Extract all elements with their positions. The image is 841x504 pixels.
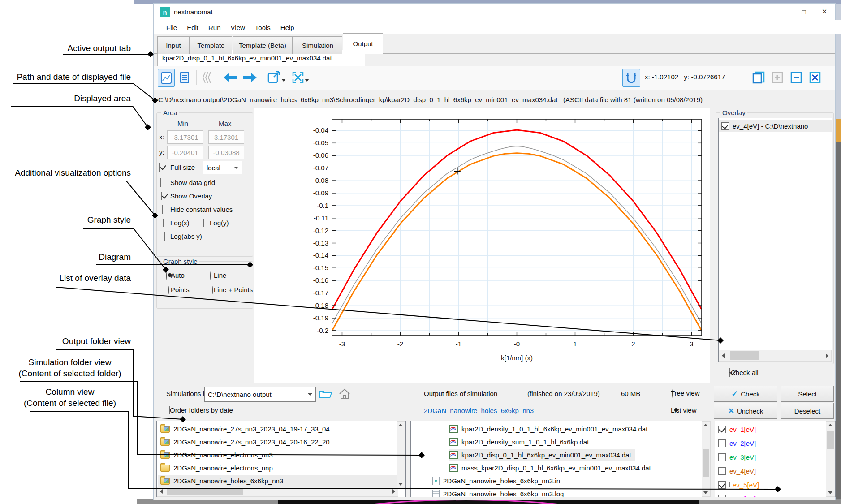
column-checkbox[interactable] [718,467,726,475]
folder-row[interactable]: 2DGaN_nanowire_27s_nn3_2023_04_20-16_22_… [158,436,398,448]
file-row[interactable]: mass_kpar2D_disp_0_1_hl_6x6kp_ev_min001_… [449,462,655,474]
overlay-hscroll-thumb[interactable] [730,351,759,360]
folder-vscrollbar[interactable] [397,421,405,488]
tab-simulation[interactable]: Simulation [293,36,342,54]
close-plot-button[interactable] [806,69,824,86]
navigate-back-button[interactable] [221,69,239,86]
fullscreen-button[interactable] [289,69,307,86]
column-vscroll-up-arrow[interactable] [828,424,832,426]
overlay-item[interactable]: ev_4[eV] - C:\D\nextnano [719,120,832,132]
folder-row[interactable]: 2DGaN_nanowire_holes_6x6kp_nn3 [158,475,398,487]
overlay-list[interactable]: ev_4[eV] - C:\D\nextnano [718,118,832,362]
home-folder-button[interactable] [336,387,353,401]
column-vscrollbar[interactable] [826,421,835,497]
graph-style-line-points-radio[interactable] [212,286,213,294]
report-view-button[interactable] [177,69,193,86]
show-data-grid-checkbox[interactable] [160,178,161,187]
graph-style-auto-radio[interactable] [166,271,167,280]
file-row[interactable]: n2DGaN_nanowire_holes_6x6kp_nn3.in [431,475,564,487]
deselect-button[interactable]: Deselect [781,403,834,419]
scope-select[interactable]: local [203,161,242,174]
menu-help[interactable]: Help [276,22,299,33]
tab-template-beta-[interactable]: Template (Beta) [233,36,293,54]
graph-style-points-radio[interactable] [168,286,169,294]
file-row[interactable]: kpar2D_density_1_0_1_hl_6x6kp_ev_min001_… [449,423,651,435]
folder-row[interactable]: 2DGaN_nanowire_27s_nn3_2023_04_19-17_33_… [158,423,398,435]
export-button[interactable] [265,69,284,86]
simulation-folder-link[interactable]: 2DGaN_nanowire_holes_6x6kp_nn3 [424,407,534,414]
pages-button[interactable] [199,69,216,86]
column-checkbox[interactable] [718,439,726,447]
y-min-field[interactable] [167,146,203,159]
file-vscroll-down-arrow[interactable] [703,491,708,494]
column-vscroll-thumb[interactable] [827,431,834,449]
browse-folder-button[interactable] [318,387,334,401]
folder-vscroll-up-arrow[interactable] [398,424,403,426]
folder-hscroll-left-arrow[interactable] [160,489,163,494]
log-y-checkbox[interactable] [203,219,204,227]
add-plot-button[interactable] [769,69,786,86]
menu-view[interactable]: View [226,22,250,33]
file-row[interactable]: 2DGaN_nanowire_holes_6x6kp_nn3.log [431,488,567,497]
column-checkbox[interactable] [718,426,726,433]
select-button[interactable]: Select [781,386,834,402]
close-button[interactable]: ✕ [814,4,835,19]
y-max-field[interactable] [208,146,244,159]
check-button[interactable]: ✓ Check [714,386,777,402]
export-dropdown-caret[interactable] [281,79,286,82]
column-row[interactable]: ev_3[eV] [717,451,824,464]
folder-hscroll-thumb[interactable] [167,488,243,495]
folder-row[interactable]: 2DGaN_nanowire_electrons_nn3 [158,449,398,461]
tab-template[interactable]: Template [190,36,232,54]
uncheck-button[interactable]: ✕ Uncheck [714,403,777,419]
graph-style-line-radio[interactable] [210,271,211,280]
log-x-checkbox[interactable] [163,219,164,227]
overlay-hscrollbar[interactable] [719,350,832,362]
column-list[interactable]: ev_1[eV]ev_2[eV]ev_3[eV]ev_4[eV]ev_5[eV]… [715,421,836,497]
file-row[interactable]: kpar2D_density_sum_1_0_1_hl_6x6kp.dat [449,436,592,448]
file-vscroll-thumb[interactable] [703,449,709,477]
file-vscroll-up-arrow[interactable] [703,424,708,426]
duplicate-plot-button[interactable] [750,69,767,86]
folder-hscrollbar[interactable] [157,487,398,497]
column-checkbox[interactable] [718,453,726,461]
hide-constant-values-checkbox[interactable] [162,205,163,214]
check-all-checkbox[interactable] [729,368,730,377]
maximize-button[interactable]: □ [794,4,814,19]
minimize-button[interactable]: – [773,4,794,19]
menu-file[interactable]: File [161,22,182,33]
fullscreen-dropdown-caret[interactable] [305,79,309,82]
column-row[interactable]: ev_1[eV] [717,423,824,436]
output-folder-list[interactable]: 2DGaN_nanowire_27s_nn3_2023_04_19-17_33_… [156,421,406,497]
folder-hscroll-right-arrow[interactable] [392,489,395,494]
file-row[interactable]: kpar2D_disp_0_1_hl_6x6kp_ev_min001_ev_ma… [449,449,635,461]
overlay-item-checkbox[interactable] [721,122,729,130]
menu-edit[interactable]: Edit [182,22,203,33]
column-vscroll-down-arrow[interactable] [828,491,832,494]
plot-canvas[interactable]: -0.04-0.05-0.06-0.07-0.08-0.09-0.1-0.11-… [254,108,710,383]
column-row[interactable]: ev_4[eV] [717,465,824,478]
x-max-field[interactable] [208,130,244,144]
tab-output[interactable]: Output [343,33,383,54]
menu-tools[interactable]: Tools [250,22,276,33]
simulations-path-select[interactable]: C:\D\nextnano output [204,387,316,402]
log-abs-y-checkbox[interactable] [164,232,165,241]
overlay-hscroll-left-arrow[interactable] [722,353,725,358]
column-checkbox[interactable] [718,481,726,489]
folder-vscroll-down-arrow[interactable] [398,483,403,486]
tab-input[interactable]: Input [157,36,190,54]
file-vscrollbar[interactable] [702,421,711,497]
x-min-field[interactable] [167,130,203,144]
column-row[interactable]: ev_2[eV] [717,437,824,450]
simulation-file-list[interactable]: kpar2D_density_1_0_1_hl_6x6kp_ev_min001_… [410,421,711,497]
overlay-hscroll-right-arrow[interactable] [826,353,828,358]
folder-row[interactable]: 2DGaN_nanowire_electrons_nnp [158,462,398,474]
title-bar[interactable]: n nextnanomat – □ ✕ [154,4,835,20]
show-overlay-checkbox[interactable] [161,192,162,200]
plot-view-button[interactable] [158,69,175,87]
navigate-forward-button[interactable] [241,69,259,86]
full-size-checkbox[interactable] [159,163,160,172]
column-checkbox[interactable] [718,495,726,497]
magnet-snap-button[interactable] [622,69,640,87]
column-row[interactable]: ev_6[eV] [717,492,824,497]
